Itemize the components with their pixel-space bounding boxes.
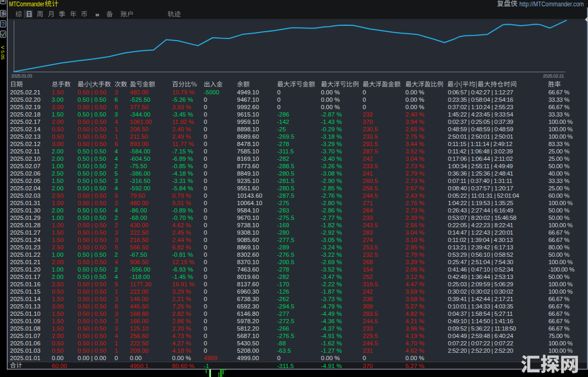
svg-text:?: ? xyxy=(2,21,5,27)
